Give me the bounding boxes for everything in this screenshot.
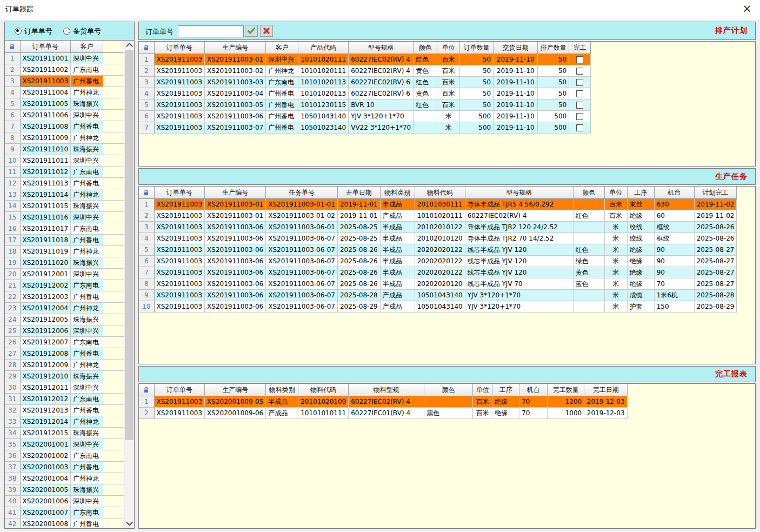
column-header[interactable]: 生产编号: [205, 42, 266, 54]
order-search-input[interactable]: [178, 25, 244, 37]
table-row[interactable]: 42XS202001008广州番电: [5, 518, 132, 529]
table-row[interactable]: 16XS201911017广东南电: [5, 223, 132, 235]
column-header[interactable]: 任务单号: [266, 187, 338, 199]
table-row[interactable]: 5XS201911003XS201911003-06XS201911003-06…: [139, 244, 737, 256]
column-header[interactable]: 机台: [654, 187, 694, 199]
column-header[interactable]: 生产编号: [205, 384, 266, 396]
table-row[interactable]: 6XS201911003XS201911003-06广州番电1050104314…: [139, 111, 591, 122]
table-row[interactable]: 1XS201911003XS202001009-05半成品20101020109…: [139, 396, 628, 408]
table-row[interactable]: 19XS201911020珠海振兴: [5, 257, 132, 269]
table-row[interactable]: 28XS201912009广州神龙: [5, 360, 132, 371]
table-row[interactable]: 3XS201911003广州番电: [5, 76, 132, 87]
table-row[interactable]: 9XS201911003XS201911003-06XS201911003-06…: [139, 290, 737, 301]
table-row[interactable]: 30XS201912011深圳中兴: [5, 382, 132, 394]
scroll-up-icon[interactable]: [124, 41, 134, 50]
confirm-button[interactable]: [245, 25, 258, 37]
table-row[interactable]: 2XS201911003XS202001009-06产成品10101010111…: [139, 408, 628, 419]
close-icon[interactable]: ×: [739, 1, 755, 16]
table-row[interactable]: 27XS201912008广州番电: [5, 348, 132, 360]
table-row[interactable]: 8XS201911009广州神龙: [5, 132, 132, 144]
table-row[interactable]: 21XS201912002广东南电: [5, 280, 132, 291]
column-header[interactable]: 型号规格: [349, 42, 414, 54]
table-row[interactable]: 13XS201911014广州神龙: [5, 189, 132, 201]
table-row[interactable]: 9XS201911010珠海振兴: [5, 144, 132, 155]
column-header[interactable]: 开单日期: [337, 187, 380, 199]
table-row[interactable]: 25XS201912006深圳中兴: [5, 325, 132, 337]
table-row[interactable]: 34XS201912015珠海振兴: [5, 428, 132, 439]
table-row[interactable]: 1XS201911003XS201911003-01深圳中兴1010102011…: [139, 54, 591, 65]
scroll-down-icon[interactable]: [124, 519, 134, 528]
table-row[interactable]: 10XS201911003XS201911003-06XS201911003-0…: [139, 301, 737, 312]
done-checkbox[interactable]: [576, 124, 583, 131]
table-row[interactable]: 4XS201911003XS201911003-06XS201911003-06…: [139, 233, 737, 244]
table-row[interactable]: 24XS201912005珠海振兴: [5, 314, 132, 325]
column-header[interactable]: 计划完工: [694, 187, 737, 199]
column-header[interactable]: 客户: [266, 42, 298, 54]
column-header[interactable]: 颜色: [424, 384, 473, 396]
done-checkbox[interactable]: [576, 79, 583, 86]
done-checkbox[interactable]: [576, 102, 583, 109]
table-row[interactable]: 31XS201912012广东南电: [5, 394, 132, 405]
table-row[interactable]: 3XS201911003XS201911003-06XS201911003-06…: [139, 222, 737, 233]
vertical-scrollbar[interactable]: [124, 41, 134, 528]
column-header[interactable]: 物料型规: [349, 384, 424, 396]
column-header[interactable]: 单位: [473, 384, 492, 396]
table-row[interactable]: 10XS201911011深圳中兴: [5, 155, 132, 167]
table-row[interactable]: 1XS201911001深圳中兴: [5, 53, 132, 64]
column-header[interactable]: 机台: [519, 384, 548, 396]
table-row[interactable]: 35XS202001001深圳中兴: [5, 439, 132, 450]
table-row[interactable]: 40XS202001006深圳中兴: [5, 496, 132, 507]
table-row[interactable]: 1XS201911003XS201911003-01XS201911003-01…: [139, 199, 737, 210]
column-header[interactable]: 客户: [71, 41, 103, 53]
table-row[interactable]: 37XS202001003广州番电: [5, 462, 132, 473]
table-row[interactable]: 8XS201911003XS201911003-06XS201911003-06…: [139, 278, 737, 290]
table-row[interactable]: 5XS201911003XS201911003-05广州番电1010123011…: [139, 99, 591, 111]
table-row[interactable]: 15XS201911016深圳中兴: [5, 212, 132, 223]
table-row[interactable]: 23XS201912004广州神龙: [5, 303, 132, 314]
table-row[interactable]: 4XS201911004广州神龙: [5, 87, 132, 98]
table-row[interactable]: 12XS201911013广州番电: [5, 178, 132, 189]
column-header[interactable]: 排产数量: [538, 42, 569, 54]
column-header[interactable]: 订单单号: [154, 187, 205, 199]
table-row[interactable]: 32XS201912013广州番电: [5, 405, 132, 416]
table-row[interactable]: 11XS201911012广东南电: [5, 167, 132, 178]
table-row[interactable]: 26XS201912007广东南电: [5, 337, 132, 348]
table-row[interactable]: 17XS201911018广州番电: [5, 235, 132, 246]
column-header[interactable]: 完工数量: [548, 384, 584, 396]
done-checkbox[interactable]: [576, 68, 583, 75]
column-header[interactable]: 订单单号: [154, 384, 205, 396]
done-checkbox[interactable]: [576, 56, 583, 63]
table-row[interactable]: 33XS201912014广州神龙: [5, 416, 132, 428]
scrollbar-thumb[interactable]: [125, 50, 134, 440]
column-header[interactable]: 颜色: [414, 42, 437, 54]
column-header[interactable]: 单位: [604, 187, 627, 199]
table-row[interactable]: 7XS201911003XS201911003-07广州番电1050102314…: [139, 122, 591, 134]
done-checkbox[interactable]: [576, 90, 583, 97]
table-row[interactable]: 20XS201912001深圳中兴: [5, 269, 132, 280]
column-header[interactable]: 物料代码: [415, 187, 465, 199]
cancel-button[interactable]: [260, 25, 273, 37]
table-row[interactable]: 6XS201911006深圳中兴: [5, 110, 132, 121]
column-header[interactable]: 完工日期: [584, 384, 628, 396]
table-row[interactable]: 2XS201911003XS201911003-01XS201911003-01…: [139, 210, 737, 222]
table-row[interactable]: 6XS201911003XS201911003-06XS201911003-06…: [139, 256, 737, 267]
table-row[interactable]: 2XS201911002广东南电: [5, 64, 132, 76]
column-header[interactable]: 交货日期: [494, 42, 538, 54]
column-header[interactable]: 产品代码: [298, 42, 349, 54]
column-header[interactable]: 物料代码: [298, 384, 349, 396]
column-header[interactable]: 生产编号: [205, 187, 266, 199]
column-header[interactable]: 工序: [492, 384, 519, 396]
table-row[interactable]: 14XS201911015珠海振兴: [5, 201, 132, 212]
column-header[interactable]: 颜色: [573, 187, 604, 199]
table-row[interactable]: 18XS201911019广州神龙: [5, 246, 132, 257]
table-row[interactable]: 38XS202001004广州神龙: [5, 473, 132, 484]
table-row[interactable]: 3XS201911003XS201911003-03广东南电1010102011…: [139, 77, 591, 88]
table-row[interactable]: 7XS201911008广州番电: [5, 121, 132, 132]
table-row[interactable]: 41XS202001007广东南电: [5, 507, 132, 518]
table-row[interactable]: 39XS202001005珠海振兴: [5, 484, 132, 496]
table-row[interactable]: 4XS201911003XS201911003-04广州番电1010102011…: [139, 88, 591, 99]
column-header[interactable]: 订单单号: [154, 42, 205, 54]
table-row[interactable]: 29XS201912010珠海振兴: [5, 371, 132, 382]
table-row[interactable]: 2XS201911003XS201911003-02广州神龙1010102011…: [139, 65, 591, 77]
column-header[interactable]: 单位: [437, 42, 460, 54]
